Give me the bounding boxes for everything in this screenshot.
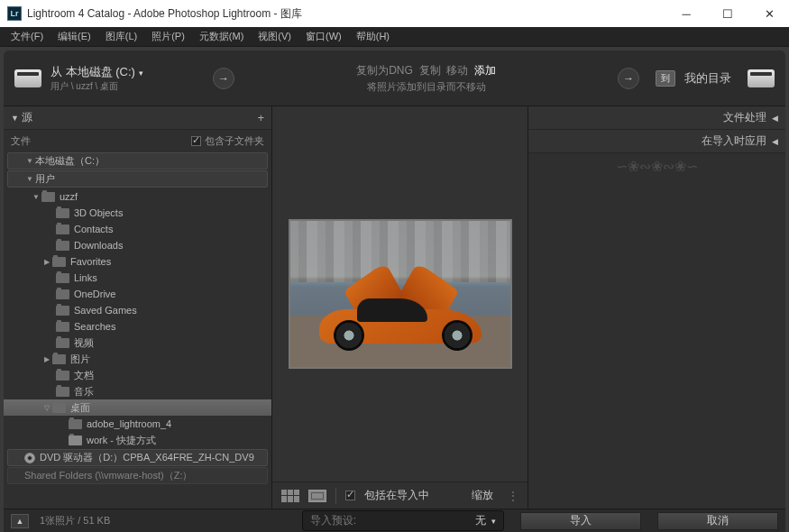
status-text: 1张照片 / 51 KB [40,514,110,527]
import-top-row: 从 本地磁盘 (C:) ▾ 用户 \ uzzf \ 桌面 → 复制为DNG 复制… [4,50,785,106]
tree-item[interactable]: Saved Games [4,302,271,318]
include-subfolders-checkbox[interactable]: 包含子文件夹 [191,134,264,148]
op-move[interactable]: 移动 [446,64,468,77]
files-label: 文件 [11,134,31,148]
menu-photo[interactable]: 照片(P) [144,28,192,45]
op-add[interactable]: 添加 [474,64,496,77]
window-titlebar: Lr Lightroom 4 Catalog - Adobe Photoshop… [0,0,789,27]
folder-icon [56,387,69,397]
cancel-button[interactable]: 取消 [657,512,778,530]
menu-help[interactable]: 帮助(H) [349,28,397,45]
include-checkbox[interactable] [345,491,355,500]
include-sub-label: 包含子文件夹 [205,134,264,148]
menu-library[interactable]: 图库(L) [98,28,144,45]
photo-thumbnail[interactable] [289,219,512,369]
tree-users[interactable]: ▼用户 [7,170,268,188]
folder-icon [56,289,69,299]
disk-icon [14,69,41,87]
menu-view[interactable]: 视图(V) [251,28,298,45]
chevron-down-icon: ▾ [491,517,496,526]
tree-item[interactable]: 音乐 [4,383,271,399]
window-title: Lightroom 4 Catalog - Adobe Photoshop Li… [27,6,674,22]
footer-bar: ▲ 1张照片 / 51 KB 导入预设: 无 ▾ 导入 取消 [4,509,785,532]
menu-file[interactable]: 文件(F) [4,28,50,45]
folder-icon [56,225,69,234]
arrow-right-icon[interactable]: → [213,68,234,89]
folder-icon [56,371,69,381]
right-panel: 文件处理 ◀ 在导入时应用 ◀ ∽❀∾❀∾❀∽ [528,106,785,509]
tree-item[interactable]: work - 快捷方式 [4,432,271,448]
folder-icon [56,306,69,316]
tree-drive-c[interactable]: ▼本地磁盘（C:） [7,152,268,170]
from-label: 从 [50,65,62,78]
dvd-icon [24,453,35,463]
import-preset-dropdown[interactable]: 导入预设: 无 ▾ [302,510,504,531]
triangle-down-icon: ▼ [11,114,19,123]
tree-item[interactable]: adobe_lightroom_4 [4,416,271,432]
folder-icon [52,257,66,267]
op-copy-dng[interactable]: 复制为DNG [356,64,413,77]
import-ops: 复制为DNG 复制 移动 添加 [234,63,618,78]
disk-icon-dest [748,69,775,87]
maximize-button[interactable]: ☐ [715,5,740,23]
folder-icon [69,419,82,429]
folder-icon [52,354,66,364]
menu-bar: 文件(F) 编辑(E) 图库(L) 照片(P) 元数据(M) 视图(V) 窗口(… [0,27,789,47]
tree-item[interactable]: ▶图片 [4,351,271,367]
menu-edit[interactable]: 编辑(E) [50,28,98,45]
tree-item[interactable]: 3D Objects [4,205,271,221]
tree-item[interactable]: Searches [4,318,271,335]
tree-item[interactable]: Downloads [4,237,271,253]
file-handling-header[interactable]: 文件处理 ◀ [528,106,785,130]
menu-metadata[interactable]: 元数据(M) [192,28,252,45]
folder-icon [41,192,55,202]
tree-item[interactable]: 视频 [4,335,271,351]
collapse-up-button[interactable]: ▲ [11,514,29,528]
apply-on-import-label: 在导入时应用 [702,133,766,149]
source-path: 用户 \ uzzf \ 桌面 [50,80,213,93]
tree-shared[interactable]: Shared Folders (\\vmware-host)（Z:） [7,467,268,484]
checkbox-icon [191,136,201,146]
arrow-right-icon-2[interactable]: → [618,68,639,89]
tree-item[interactable]: Contacts [4,221,271,237]
source-disk: 本地磁盘 (C:) [66,65,135,78]
preset-label: 导入预设: [310,513,356,528]
ornament-icon: ∽❀∾❀∾❀∽ [528,153,785,179]
include-in-import-label: 包括在导入中 [364,488,429,503]
folder-icon [56,241,69,251]
folder-icon [56,273,69,283]
grid-view-icon[interactable] [281,490,299,502]
tree-item[interactable]: ▶Favorites [4,253,271,270]
preset-value: 无 [475,513,486,528]
close-button[interactable]: ✕ [757,5,782,23]
folder-icon [56,208,69,218]
folder-icon [56,322,69,332]
files-subheader: 文件 包含子文件夹 [4,130,271,151]
triangle-left-icon: ◀ [772,137,778,146]
tree-item[interactable]: OneDrive [4,286,271,302]
folder-icon [69,436,82,445]
op-copy[interactable]: 复制 [419,64,441,77]
tree-item[interactable]: 文档 [4,367,271,383]
menu-window[interactable]: 窗口(W) [298,28,349,45]
source-from[interactable]: 从 本地磁盘 (C:) ▾ 用户 \ uzzf \ 桌面 [50,64,213,93]
thumbnail-area [272,106,528,482]
chevron-down-icon: ▾ [139,69,143,78]
folder-icon [52,403,66,413]
app-icon: Lr [7,6,22,21]
import-sub: 将照片添加到目录而不移动 [234,80,618,94]
single-view-icon[interactable] [308,490,326,502]
destination-icon: 到 [656,70,675,87]
minimize-button[interactable]: ─ [674,5,699,23]
tree-dvd[interactable]: DVD 驱动器（D:）CPBA_X64FRE_ZH-CN_DV9 [7,449,268,466]
add-source-button[interactable]: + [257,111,264,124]
source-panel-header[interactable]: ▼ 源 + [4,106,271,130]
tree-desktop[interactable]: ▽桌面 [4,399,271,416]
tree-uzzf[interactable]: ▼uzzf [4,188,271,205]
apply-on-import-header[interactable]: 在导入时应用 ◀ [528,130,785,153]
import-button[interactable]: 导入 [520,512,641,530]
triangle-left-icon: ◀ [772,114,778,123]
destination-label[interactable]: 我的目录 [684,70,731,87]
tree-item[interactable]: Links [4,270,271,286]
left-panel: ▼ 源 + 文件 包含子文件夹 ▼本地磁盘（C:） ▼用户 ▼uzzf 3D O… [4,106,272,509]
